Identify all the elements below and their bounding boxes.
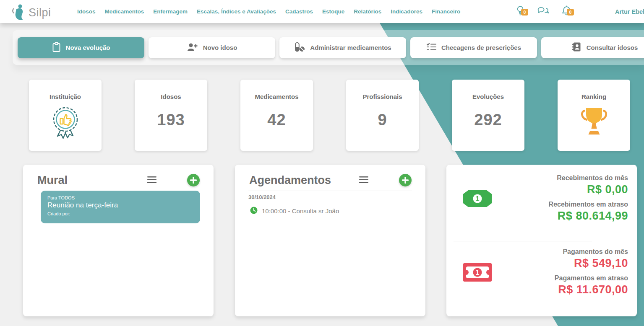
menu-item-medicamentos[interactable]: Medicamentos: [105, 8, 144, 15]
idea-lightbulb-icon[interactable]: 0: [516, 5, 524, 18]
brand-name: Silpi: [29, 6, 51, 19]
evolutions-label: Evoluções: [452, 93, 524, 100]
agenda-appointment-item[interactable]: 10:00:00 - Consulta sr João: [250, 207, 339, 215]
address-book-icon: [571, 42, 581, 53]
agenda-menu-icon[interactable]: [359, 176, 368, 185]
clipboard-icon: [52, 42, 61, 54]
medications-label: Medicamentos: [240, 93, 313, 100]
receipts-month-label: Recebimentos do mês: [492, 173, 628, 183]
institution-label: Instituição: [29, 93, 102, 100]
svg-text:1: 1: [476, 195, 480, 202]
finance-divider: [454, 241, 592, 241]
menu-item-estoque[interactable]: Estoque: [322, 8, 344, 15]
new-evolution-button[interactable]: Nova evolução: [18, 37, 144, 58]
mural-note-author: Criado por:: [47, 211, 193, 216]
user-menu[interactable]: Artur Ebel: [615, 0, 644, 23]
consult-elders-button[interactable]: Consultar idosos: [541, 37, 644, 58]
mural-menu-icon[interactable]: [147, 176, 156, 185]
elders-count: 193: [135, 111, 207, 129]
administer-meds-button[interactable]: Administrar medicamentos: [279, 37, 406, 58]
mural-note[interactable]: Para TODOS Reunião na terça-feira Criado…: [41, 191, 200, 223]
navbar-icon-group: 0 0: [516, 0, 571, 23]
mural-panel: Mural Para TODOS Reunião na terça-feira …: [23, 165, 214, 316]
top-navbar: Silpi Idosos Medicamentos Enfermagem Esc…: [0, 0, 644, 23]
silpi-logo-icon: [11, 3, 27, 22]
ranking-card[interactable]: Ranking: [558, 80, 630, 151]
person-plus-icon: [187, 43, 198, 53]
institution-card[interactable]: Instituição: [29, 80, 102, 151]
mural-note-text: Reunião na terça-feira: [47, 201, 193, 210]
receipts-values: Recebimentos do mês R$ 0,00 Recebimentos…: [492, 173, 637, 226]
receipts-late-value: R$ 80.614,99: [492, 209, 628, 223]
medications-count: 42: [240, 111, 313, 129]
elders-label: Idosos: [135, 93, 207, 100]
menu-item-relatorios[interactable]: Relatórios: [354, 8, 381, 15]
professionals-label: Profissionais: [346, 93, 419, 100]
professionals-count: 9: [346, 111, 419, 129]
new-elder-button[interactable]: Novo idoso: [149, 37, 275, 58]
checklist-icon: [426, 42, 436, 53]
agenda-add-button[interactable]: [399, 174, 412, 186]
trophy-icon: [558, 105, 630, 136]
chat-icon[interactable]: [537, 6, 549, 17]
payments-late-label: Pagamentos em atraso: [492, 273, 628, 283]
agenda-date: 30/10/2024: [248, 194, 276, 200]
notifications-badge: 0: [567, 9, 574, 16]
agenda-divider: [248, 191, 412, 191]
agenda-appointment-text: 10:00:00 - Consulta sr João: [262, 207, 339, 215]
svg-text:1: 1: [476, 269, 480, 276]
banknote-red-icon: 1: [463, 263, 492, 283]
elders-card[interactable]: Idosos 193: [135, 80, 207, 151]
receipts-month-value: R$ 0,00: [492, 183, 628, 197]
menu-item-financeiro[interactable]: Financeiro: [432, 8, 460, 15]
menu-item-cadastros[interactable]: Cadastros: [285, 8, 313, 15]
evolutions-card[interactable]: Evoluções 292: [452, 80, 524, 151]
receipts-late-label: Recebimentos em atraso: [492, 199, 628, 209]
notifications-bell-icon[interactable]: 0: [562, 5, 571, 18]
mural-note-recipient: Para TODOS: [47, 195, 193, 200]
medications-card[interactable]: Medicamentos 42: [240, 80, 313, 151]
payments-month-value: R$ 549,10: [492, 256, 628, 271]
pills-icon: [294, 42, 305, 54]
mural-add-button[interactable]: [187, 174, 200, 186]
main-menu: Idosos Medicamentos Enfermagem Escalas, …: [77, 0, 460, 23]
clock-icon: [250, 207, 258, 215]
payments-values: Pagamentos do mês R$ 549,10 Pagamentos e…: [492, 247, 637, 300]
menu-item-idosos[interactable]: Idosos: [77, 8, 96, 15]
agenda-title: Agendamentos: [249, 174, 331, 187]
banknote-green-icon: 1: [463, 190, 492, 209]
finance-panel: 1 Recebimentos do mês R$ 0,00 Recebiment…: [446, 165, 637, 316]
menu-item-indicadores[interactable]: Indicadores: [391, 8, 422, 15]
payments-late-value: R$ 11.670,00: [492, 283, 628, 297]
prescription-checks-button[interactable]: Checagens de prescrições: [410, 37, 537, 58]
menu-item-enfermagem[interactable]: Enfermagem: [153, 8, 188, 15]
payments-block: 1 Pagamentos do mês R$ 549,10 Pagamentos…: [446, 247, 637, 300]
receipts-block: 1 Recebimentos do mês R$ 0,00 Recebiment…: [446, 173, 637, 226]
brand-logo[interactable]: Silpi: [11, 3, 51, 22]
evolutions-count: 292: [452, 111, 524, 129]
payments-month-label: Pagamentos do mês: [492, 247, 628, 256]
mural-title: Mural: [37, 174, 68, 187]
idea-badge: 0: [521, 9, 528, 16]
medal-thumbs-up-icon: [29, 105, 102, 140]
stats-row: Instituição Idosos 193 Medicamentos 42 P…: [29, 80, 630, 151]
ranking-label: Ranking: [558, 93, 630, 100]
professionals-card[interactable]: Profissionais 9: [346, 80, 419, 151]
agenda-panel: Agendamentos 30/10/2024 10:00:00 - Consu…: [235, 165, 425, 316]
quick-actions-bar: Nova evolução Novo idoso Administrar med…: [13, 30, 644, 65]
menu-item-escalas[interactable]: Escalas, Índices e Avaliações: [197, 8, 276, 15]
